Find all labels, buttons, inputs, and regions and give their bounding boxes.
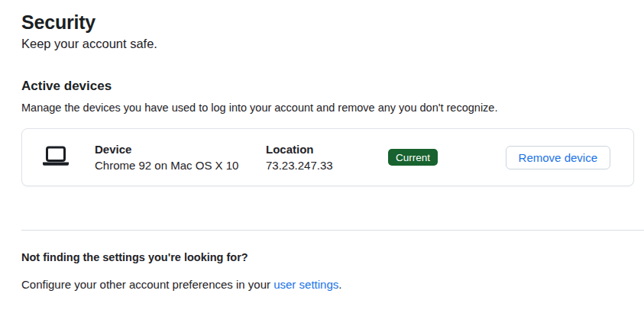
device-card: Device Chrome 92 on Mac OS X 10 Location… <box>21 128 634 186</box>
location-column: Location 73.23.247.33 <box>266 142 388 173</box>
device-column: Device Chrome 92 on Mac OS X 10 <box>95 142 266 173</box>
user-settings-link[interactable]: user settings <box>273 278 338 291</box>
footer-text-after-link: . <box>338 278 341 291</box>
location-value: 73.23.247.33 <box>266 158 388 173</box>
footer-text-before-link: Configure your other account preferences… <box>21 278 273 291</box>
active-devices-heading: Active devices <box>21 78 644 94</box>
active-devices-description: Manage the devices you have used to log … <box>21 101 644 115</box>
section-divider <box>21 230 644 231</box>
remove-device-button[interactable]: Remove device <box>506 146 610 169</box>
footer-text: Configure your other account preferences… <box>21 278 644 292</box>
device-value: Chrome 92 on Mac OS X 10 <box>95 158 266 173</box>
active-devices-section: Active devices Manage the devices you ha… <box>21 78 644 186</box>
footer-heading: Not finding the settings you're looking … <box>21 250 644 264</box>
footer-help-section: Not finding the settings you're looking … <box>21 250 644 292</box>
laptop-icon <box>42 146 70 169</box>
current-status-badge: Current <box>388 149 438 166</box>
security-settings-page: Security Keep your account safe. Active … <box>0 0 644 292</box>
device-label: Device <box>95 142 266 157</box>
location-label: Location <box>266 142 388 157</box>
page-title: Security <box>21 11 644 34</box>
page-subtitle: Keep your account safe. <box>21 36 644 52</box>
